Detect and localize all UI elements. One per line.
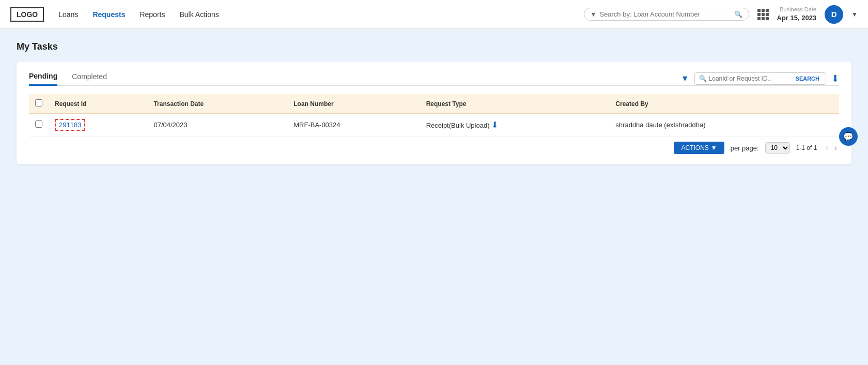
tab-completed[interactable]: Completed [72, 72, 107, 85]
actions-button[interactable]: ACTIONS ▼ [674, 142, 724, 154]
download-table-icon[interactable]: ⬇ [831, 73, 839, 84]
table-row: 291183 07/04/2023 MRF-BA-00324 Receipt(B… [29, 114, 839, 136]
request-id-link[interactable]: 291183 [55, 119, 85, 131]
nav-loans[interactable]: Loans [58, 10, 78, 19]
filter-icon[interactable]: ▼ [681, 74, 689, 83]
page-title: My Tasks [17, 41, 851, 52]
nav-bulk-actions[interactable]: Bulk Actions [179, 10, 219, 19]
search-bar: ▼ 🔍 [584, 8, 749, 21]
col-transaction-date: Transaction Date [147, 94, 287, 114]
nav-links: Loans Requests Reports Bulk Actions [58, 10, 219, 19]
user-chevron-icon[interactable]: ▼ [851, 11, 858, 18]
business-date: Business Date Apr 15, 2023 [777, 6, 817, 23]
tab-pending[interactable]: Pending [29, 72, 57, 86]
cell-request-id: 291183 [49, 114, 147, 136]
per-page-label: per page: [731, 144, 759, 152]
per-page-select[interactable]: 10 25 50 [765, 142, 790, 154]
footer-left: ACTIONS ▼ [674, 142, 724, 154]
cell-request-type: Receipt(Bulk Upload) ⬇ [420, 114, 610, 136]
logo[interactable]: LOGO [10, 7, 44, 22]
table-container: Request Id Transaction Date Loan Number … [29, 94, 839, 136]
page-info: 1-1 of 1 [796, 144, 817, 151]
cell-loan-number: MRF-BA-00324 [287, 114, 420, 136]
main-card: Pending Completed ▼ 🔍 SEARCH ⬇ [17, 62, 851, 164]
cell-transaction-date: 07/04/2023 [147, 114, 287, 136]
col-created-by: Created By [609, 94, 839, 114]
tabs-row: Pending Completed ▼ 🔍 SEARCH ⬇ [29, 72, 839, 86]
row-checkbox[interactable] [35, 120, 42, 128]
search-id-icon: 🔍 [699, 75, 707, 82]
cell-created-by: shraddha daute (extshraddha) [609, 114, 839, 136]
page-body: My Tasks Pending Completed ▼ 🔍 SEARCH ⬇ [0, 29, 868, 177]
nav-reports[interactable]: Reports [140, 10, 165, 19]
col-request-id: Request Id [49, 94, 147, 114]
table-footer: ACTIONS ▼ per page: 10 25 50 1-1 of 1 ‹ … [29, 136, 839, 154]
search-id-box: 🔍 SEARCH [694, 72, 826, 85]
col-checkbox [29, 94, 49, 114]
search-input[interactable] [599, 10, 734, 18]
chat-icon[interactable]: 💬 [839, 127, 858, 146]
search-icon[interactable]: 🔍 [734, 10, 742, 18]
select-all-checkbox[interactable] [35, 99, 42, 107]
search-dropdown-arrow[interactable]: ▼ [591, 11, 597, 18]
tab-actions: ▼ 🔍 SEARCH ⬇ [681, 72, 839, 85]
grid-icon[interactable] [757, 9, 769, 20]
request-type-download-icon[interactable]: ⬇ [491, 120, 498, 129]
next-page-button[interactable]: › [832, 143, 839, 153]
requests-table: Request Id Transaction Date Loan Number … [29, 94, 839, 136]
col-loan-number: Loan Number [287, 94, 420, 114]
col-request-type: Request Type [420, 94, 610, 114]
search-id-input[interactable] [709, 75, 792, 82]
prev-page-button[interactable]: ‹ [823, 143, 830, 153]
nav-requests[interactable]: Requests [92, 10, 125, 19]
page-nav: ‹ › [823, 143, 839, 153]
user-avatar[interactable]: D [825, 5, 843, 24]
search-id-button[interactable]: SEARCH [794, 74, 822, 83]
header-right: ▼ 🔍 Business Date Apr 15, 2023 D ▼ [584, 5, 858, 24]
header: LOGO Loans Requests Reports Bulk Actions… [0, 0, 868, 29]
